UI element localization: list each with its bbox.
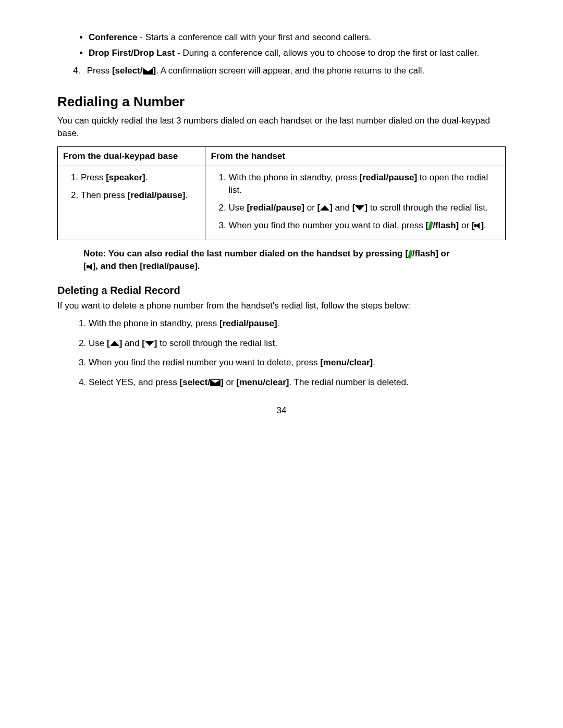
text: When you find the redial number you want… — [89, 357, 320, 367]
text: and — [333, 203, 352, 213]
bullet-conference: Conference - Starts a conference call wi… — [89, 31, 506, 44]
note-text-1: Note: You can also redial the last numbe… — [83, 249, 408, 258]
text: or — [304, 203, 317, 213]
handset-step-2: Use [redial/pause] or [] and [] to scrol… — [228, 202, 500, 214]
text: . A confirmation screen will appear, and… — [156, 66, 424, 76]
key-talk-flash: [/flash] — [425, 220, 459, 230]
note-redial: Note: You can also redial the last numbe… — [83, 248, 480, 273]
handset-step-1: With the phone in standby, press [redial… — [228, 171, 500, 196]
note-text-4: ], and then [redial/pause]. — [93, 261, 200, 271]
speaker-icon — [87, 264, 93, 270]
text: or — [224, 377, 237, 387]
text: and — [122, 338, 142, 348]
delete-steps: With the phone in standby, press [redial… — [57, 317, 506, 389]
text: . — [277, 318, 280, 328]
th-handset: From the handset — [205, 147, 506, 166]
up-arrow-icon — [320, 205, 329, 211]
text: Press — [81, 172, 106, 182]
up-arrow-icon — [110, 341, 119, 346]
key-menu-clear: [menu/clear] — [236, 377, 289, 387]
envelope-icon — [143, 68, 153, 75]
handset-steps: With the phone in standby, press [redial… — [211, 171, 500, 231]
text: . — [484, 220, 486, 230]
down-arrow-icon — [145, 341, 154, 346]
feature-bullets: Conference - Starts a conference call wi… — [57, 31, 506, 59]
text: to scroll through the redial list. — [368, 203, 488, 213]
text: Use — [89, 338, 107, 348]
key-redial: [redial/pause] — [360, 172, 418, 182]
talk-icon — [428, 221, 433, 230]
intro-deleting: If you want to delete a phone number fro… — [57, 300, 506, 312]
term: Drop First/Drop Last — [89, 48, 175, 58]
step-4: 4. Press [select/]. A confirmation scree… — [73, 65, 506, 77]
delete-step-3: When you find the redial number you want… — [89, 356, 506, 369]
text: With the phone in standby, press — [89, 318, 219, 328]
term: Conference — [89, 32, 138, 42]
th-base: From the dual-keypad base — [58, 147, 205, 166]
key-down: [] — [352, 203, 368, 213]
td-base: Press [speaker]. Then press [redial/paus… — [58, 166, 205, 240]
text: With the phone in standby, press — [228, 172, 359, 182]
key-speaker-icon: [] — [472, 220, 484, 230]
base-step-1: Press [speaker]. — [81, 171, 200, 184]
heading-redialing: Redialing a Number — [57, 92, 506, 111]
key-menu-clear: [menu/clear] — [320, 357, 373, 367]
text: Press — [87, 66, 112, 76]
intro-redialing: You can quickly redial the last 3 number… — [57, 115, 506, 140]
key-redial: [redial/pause] — [128, 190, 186, 200]
text: to scroll through the redial list. — [157, 338, 277, 348]
redial-table: From the dual-keypad base From the hands… — [57, 146, 506, 240]
page-number: 34 — [57, 404, 506, 417]
text: When you find the number you want to dia… — [228, 220, 425, 230]
text: or — [459, 220, 472, 230]
text: Use — [228, 203, 247, 213]
base-steps: Press [speaker]. Then press [redial/paus… — [63, 171, 200, 202]
key-redial: [redial/pause] — [247, 203, 304, 213]
down-arrow-icon — [355, 205, 364, 211]
manual-page: Conference - Starts a conference call wi… — [0, 0, 563, 728]
key-label: [select/ — [112, 66, 143, 76]
envelope-icon — [210, 379, 221, 386]
talk-icon — [408, 250, 413, 258]
text: . — [145, 172, 148, 182]
delete-step-2: Use [] and [] to scroll through the redi… — [89, 337, 506, 350]
key-label: [select/ — [180, 377, 211, 387]
bullet-drop: Drop First/Drop Last - During a conferen… — [89, 47, 506, 59]
flash-label: flash] — [435, 220, 459, 230]
key-up: [] — [107, 338, 122, 348]
text: . The redial number is deleted. — [289, 377, 408, 387]
key-redial: [redial/pause] — [219, 318, 277, 328]
text: . — [373, 357, 375, 367]
key-select: [select/] — [112, 66, 156, 76]
heading-deleting: Deleting a Redial Record — [57, 283, 506, 298]
delete-step-4: Select YES, and press [select/] or [menu… — [89, 376, 506, 389]
key-up: [] — [317, 203, 333, 213]
td-handset: With the phone in standby, press [redial… — [205, 166, 506, 240]
speaker-icon — [474, 223, 481, 229]
base-step-2: Then press [redial/pause]. — [81, 189, 200, 202]
step-num: 4. — [73, 65, 84, 77]
text: Then press — [81, 190, 128, 200]
desc: - During a conference call, allows you t… — [175, 48, 479, 58]
desc: - Starts a conference call with your fir… — [138, 32, 372, 42]
text: . — [185, 190, 188, 200]
note-text-2: flash] or — [415, 249, 450, 258]
key-down: [] — [142, 338, 157, 348]
handset-step-3: When you find the number you want to dia… — [228, 219, 500, 232]
key-select: [select/] — [180, 377, 224, 387]
key-speaker: [speaker] — [106, 172, 145, 182]
text: Select YES, and press — [89, 377, 180, 387]
delete-step-1: With the phone in standby, press [redial… — [89, 317, 506, 330]
